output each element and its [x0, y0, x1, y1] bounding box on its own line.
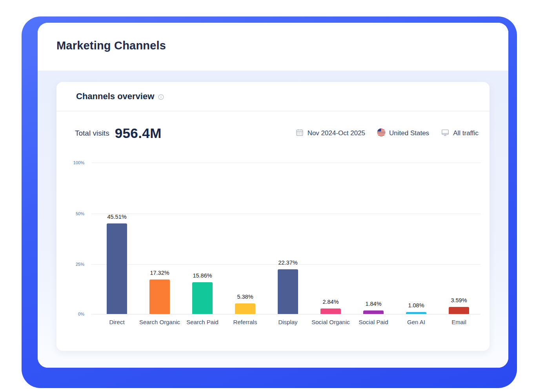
bar-value-label: 5.38% — [228, 294, 263, 300]
y-axis-tick: 100% — [66, 160, 84, 165]
gridline-0% — [91, 314, 480, 314]
category-label: Search Organic — [136, 319, 183, 325]
bar-social-organic[interactable] — [320, 309, 341, 314]
category-label: Social Organic — [307, 319, 354, 325]
category-label: Display — [264, 319, 311, 325]
category-label: Referrals — [222, 319, 269, 325]
bar-value-label: 3.59% — [441, 297, 477, 303]
monitor-icon — [441, 128, 450, 139]
page-title: Marketing Channels — [56, 39, 166, 52]
bar-search-organic[interactable] — [149, 279, 170, 314]
country-filter[interactable]: United States — [377, 128, 429, 139]
filters: Nov 2024-Oct 2025 — [295, 128, 479, 139]
bar-value-label: 17.32% — [142, 270, 177, 276]
traffic-label: All traffic — [453, 129, 479, 137]
bar-referrals[interactable] — [235, 303, 255, 314]
calendar-icon — [295, 128, 304, 139]
bar-value-label: 2.84% — [313, 299, 348, 305]
country-label: United States — [389, 129, 429, 137]
category-label: Social Paid — [350, 319, 397, 325]
gridline-100% — [91, 163, 480, 163]
card-header: Channels overview — [56, 82, 490, 111]
bar-display[interactable] — [278, 269, 298, 314]
category-label: Gen AI — [393, 319, 440, 325]
y-axis-tick: 0% — [66, 312, 84, 316]
bar-value-label: 1.84% — [356, 301, 391, 307]
total-visits-value: 956.4M — [115, 125, 162, 141]
bar-gen-ai[interactable] — [406, 312, 426, 314]
y-axis-tick: 25% — [66, 262, 84, 267]
stats-row: Total visits 956.4M — [75, 120, 479, 147]
bar-email[interactable] — [449, 307, 469, 314]
bar-value-label: 15.86% — [185, 272, 220, 279]
category-label: Direct — [93, 319, 140, 325]
card-title: Channels overview — [76, 91, 154, 102]
bar-value-label: 1.08% — [399, 302, 434, 309]
us-flag-icon — [377, 128, 386, 139]
y-axis-tick: 50% — [66, 211, 84, 216]
window-header: Marketing Channels — [38, 23, 508, 71]
bar-search-paid[interactable] — [192, 282, 213, 314]
total-visits: Total visits 956.4M — [75, 125, 162, 141]
channels-overview-card: Channels overview Total visits — [56, 82, 490, 351]
traffic-filter[interactable]: All traffic — [441, 128, 479, 139]
info-icon[interactable] — [158, 94, 164, 100]
category-label: Email — [435, 319, 482, 325]
window-body: Channels overview Total visits — [38, 71, 508, 368]
date-range-label: Nov 2024-Oct 2025 — [308, 129, 365, 137]
category-label: Search Paid — [179, 319, 226, 325]
page-background: Marketing Channels Channels overview — [0, 0, 546, 392]
bar-social-paid[interactable] — [363, 310, 384, 314]
bar-value-label: 22.37% — [270, 260, 306, 266]
bar-direct[interactable] — [107, 223, 127, 314]
app-window: Marketing Channels Channels overview — [38, 23, 508, 368]
card-header-divider — [56, 111, 490, 111]
total-visits-label: Total visits — [75, 129, 109, 138]
date-range-filter[interactable]: Nov 2024-Oct 2025 — [295, 128, 365, 139]
gridline-50% — [91, 214, 480, 214]
plot-area: 45.51%17.32%15.86%5.38%22.37%2.84%1.84%1… — [91, 163, 480, 314]
bar-value-label: 45.51% — [99, 214, 135, 220]
channels-bar-chart: 45.51%17.32%15.86%5.38%22.37%2.84%1.84%1… — [56, 163, 490, 331]
blue-frame: Marketing Channels Channels overview — [22, 16, 517, 388]
